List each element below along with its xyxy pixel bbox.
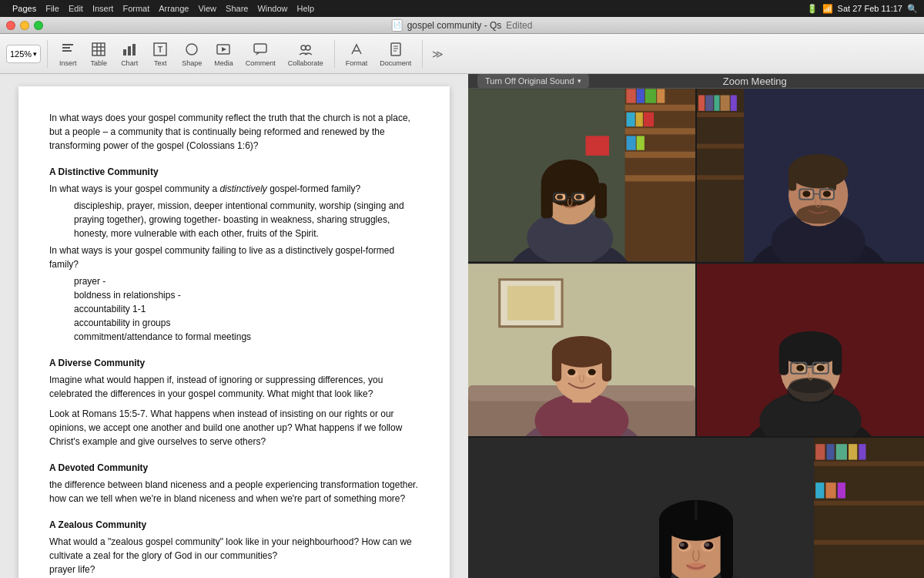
para-diverse-q2: Look at Romans 15:5-7. What happens when… — [49, 407, 419, 449]
menu-file[interactable]: File — [45, 4, 59, 13]
spotlight-icon[interactable]: 🔍 — [907, 4, 918, 14]
toolbar-insert[interactable]: Insert — [54, 39, 82, 69]
svg-rect-30 — [624, 175, 695, 181]
menu-insert[interactable]: Insert — [92, 4, 114, 13]
zoom-title: Zoom Meeting — [595, 76, 915, 87]
svg-point-80 — [823, 191, 831, 197]
heading-devoted: A Devoted Community — [49, 461, 419, 475]
para-diverse-q1: Imagine what would happen if, instead of… — [49, 373, 419, 401]
menu-help[interactable]: Help — [297, 4, 315, 13]
pages-app-name[interactable]: Pages — [12, 4, 36, 13]
svg-rect-63 — [714, 96, 719, 111]
title-bar-center: 📄 gospel community - Qs Edited — [392, 19, 533, 32]
menu-arrange[interactable]: Arrange — [159, 4, 189, 13]
toolbar-document[interactable]: Document — [375, 39, 416, 69]
toolbar-collaborate[interactable]: Collaborate — [283, 39, 328, 69]
close-button[interactable] — [6, 21, 15, 30]
pages-document[interactable]: In what ways does your gospel community … — [0, 74, 468, 578]
minimize-button[interactable] — [20, 21, 29, 30]
maximize-button[interactable] — [34, 21, 43, 30]
svg-rect-39 — [637, 136, 644, 150]
svg-rect-0 — [62, 44, 73, 45]
video-grid — [468, 89, 924, 578]
svg-rect-72 — [788, 167, 796, 191]
svg-rect-126 — [815, 482, 824, 498]
svg-rect-93 — [552, 348, 561, 381]
para-distinctive-q1: In what ways is your gospel community a … — [49, 182, 419, 196]
svg-rect-31 — [626, 89, 635, 102]
para-zealous: What would a "zealous gospel community" … — [49, 535, 419, 576]
svg-rect-85 — [507, 285, 554, 320]
system-bar: Pages File Edit Insert Format Arrange Vi… — [0, 0, 924, 17]
svg-rect-33 — [645, 89, 656, 102]
svg-rect-61 — [698, 96, 705, 111]
svg-rect-128 — [838, 482, 845, 498]
collaborate-icon — [296, 40, 315, 59]
svg-rect-58 — [697, 113, 744, 117]
svg-rect-37 — [644, 113, 654, 126]
menu-share[interactable]: Share — [226, 4, 248, 13]
toolbar-media[interactable]: Media — [209, 39, 238, 69]
svg-rect-73 — [829, 167, 836, 191]
traffic-lights — [6, 21, 43, 30]
format-icon — [347, 40, 366, 59]
toolbar-divider-3 — [422, 40, 423, 68]
document-label: Document — [380, 59, 411, 67]
edited-label: Edited — [506, 20, 532, 31]
comment-label: Comment — [246, 59, 276, 67]
heading-distinctive: A Distinctive Community — [49, 165, 419, 179]
video-cell-5 — [468, 438, 924, 578]
svg-point-111 — [796, 365, 804, 371]
svg-rect-1 — [62, 47, 70, 49]
svg-rect-125 — [859, 444, 865, 459]
menu-window[interactable]: Window — [257, 4, 287, 13]
turn-off-sound-button[interactable]: Turn Off Original Sound ▾ — [477, 74, 589, 88]
zoom-dropdown-icon: ▾ — [33, 50, 37, 58]
svg-rect-34 — [657, 89, 665, 102]
zoom-panel: Turn Off Original Sound ▾ Zoom Meeting — [468, 74, 924, 578]
para-devoted: the difference between bland niceness an… — [49, 478, 419, 506]
zoom-value: 125% — [10, 49, 32, 59]
svg-rect-48 — [595, 183, 607, 218]
heading-zealous: A Zealous Community — [49, 518, 419, 532]
svg-rect-21 — [391, 43, 400, 55]
zoom-control[interactable]: 125% ▾ — [6, 45, 41, 63]
svg-rect-62 — [705, 96, 713, 111]
para-distinctive-q2: In what ways is your gospel community fa… — [49, 244, 419, 271]
turn-off-sound-label: Turn Off Original Sound — [485, 76, 574, 86]
svg-rect-9 — [128, 46, 131, 55]
text-icon: T — [151, 40, 169, 59]
svg-rect-32 — [637, 89, 644, 102]
svg-rect-124 — [849, 444, 857, 459]
menu-view[interactable]: View — [198, 4, 216, 13]
system-bar-left: Pages File Edit Insert Format Arrange Vi… — [6, 4, 314, 13]
menu-format[interactable]: Format — [122, 4, 149, 13]
toolbar-text[interactable]: T Text — [146, 39, 174, 69]
svg-rect-38 — [626, 136, 635, 150]
toolbar-format[interactable]: Format — [341, 39, 373, 69]
svg-rect-64 — [721, 96, 730, 111]
menu-edit[interactable]: Edit — [69, 4, 83, 13]
toolbar-chart[interactable]: Chart — [116, 39, 143, 69]
toolbar-comment[interactable]: Comment — [241, 39, 280, 69]
toolbar-shape[interactable]: Shape — [177, 39, 206, 69]
heading-diverse: A Diverse Community — [49, 356, 419, 370]
table-icon — [89, 40, 108, 59]
battery-icon: 🔋 — [807, 4, 818, 14]
svg-rect-135 — [659, 516, 671, 578]
svg-rect-136 — [721, 516, 733, 578]
svg-point-112 — [817, 365, 825, 371]
svg-marker-15 — [222, 47, 226, 52]
svg-point-71 — [788, 154, 848, 189]
svg-point-98 — [588, 368, 596, 375]
toolbar-overflow[interactable]: ≫ — [429, 48, 447, 60]
title-bar: 📄 gospel community - Qs Edited — [0, 17, 924, 34]
svg-point-54 — [557, 195, 563, 200]
svg-point-97 — [567, 368, 575, 375]
svg-rect-59 — [697, 144, 744, 149]
text-label: Text — [154, 59, 167, 67]
toolbar-table[interactable]: Table — [85, 39, 112, 69]
app-window: 📄 gospel community - Qs Edited 125% ▾ In… — [0, 17, 924, 578]
svg-rect-65 — [731, 96, 737, 111]
content-area: In what ways does your gospel community … — [0, 74, 924, 578]
